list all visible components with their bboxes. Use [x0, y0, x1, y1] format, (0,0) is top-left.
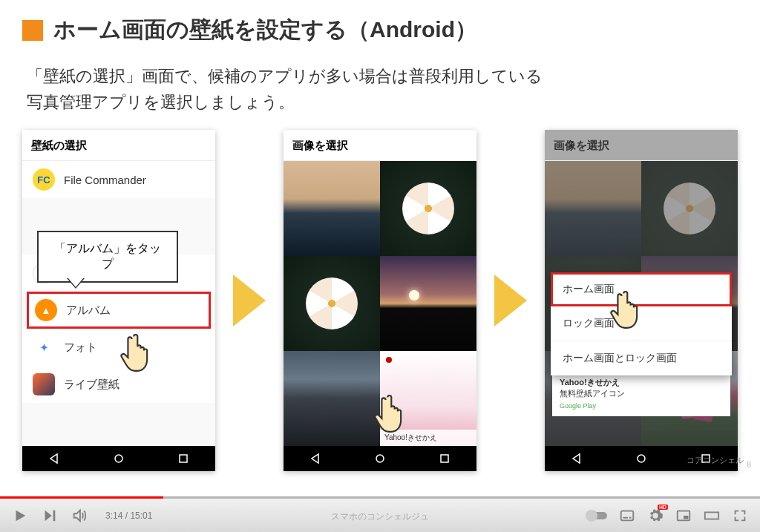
dialog-item-2[interactable]: ホーム画面とロック画面 [551, 341, 732, 375]
play-button[interactable] [12, 508, 28, 524]
nav-home-icon[interactable] [374, 453, 386, 464]
phone1-header: 壁紙の選択 [22, 130, 215, 161]
desc-line2: 写真管理アプリを選択しましょう。 [27, 93, 295, 111]
thumb-city[interactable] [284, 351, 380, 446]
svg-rect-11 [705, 512, 718, 519]
miniplayer-button[interactable] [675, 508, 692, 524]
slide-description: 「壁紙の選択」画面で、候補のアプリが多い場合は普段利用している 写真管理アプリを… [22, 63, 738, 115]
nav-home-icon[interactable] [635, 453, 647, 464]
slide-title: ホーム画面の壁紙を設定する（Android） [53, 15, 477, 45]
app-label: File Commander [64, 174, 146, 186]
nav-back-icon[interactable] [309, 453, 321, 464]
svg-rect-1 [180, 455, 187, 462]
phones-row: 壁紙の選択 FCFile Commander⌂Xperiaホーム▲アルバム✦フォ… [22, 130, 738, 471]
duration: 15:01 [130, 510, 152, 521]
channel-watermark: スマホのコンシェルジュ [331, 510, 429, 523]
progress-fill [0, 496, 163, 499]
dialog-item-0[interactable]: ホーム画面 [551, 272, 732, 306]
app-icon [33, 373, 55, 395]
ad-sub: 無料壁紙アイコン [560, 388, 723, 399]
phone2-nav [284, 446, 476, 471]
video-player: 3:14 / 15:01 HD スマホのコンシェルジュ [0, 496, 760, 532]
right-controls: HD [586, 508, 748, 524]
app-label: アルバム [66, 303, 111, 318]
thumb-flower-2[interactable] [284, 256, 380, 351]
svg-point-0 [115, 455, 122, 462]
ad-title: Yahoo!きせかえ [560, 377, 723, 388]
nav-recent-icon[interactable] [177, 453, 189, 464]
app-label: ライブ壁紙 [64, 378, 119, 392]
thumb-sunset[interactable] [380, 256, 476, 351]
phone2-header: 画像を選択 [284, 130, 476, 161]
arrow-icon [494, 275, 527, 326]
svg-point-2 [376, 455, 384, 462]
fullscreen-button[interactable] [732, 508, 748, 524]
app-item-4[interactable]: ライブ壁紙 [22, 366, 215, 403]
app-item-3[interactable]: ✦フォト [22, 329, 215, 366]
next-button[interactable] [42, 508, 58, 524]
thumb-label: Yahoo!きせかえ [380, 430, 476, 446]
captions-button[interactable] [619, 508, 635, 524]
app-item-2[interactable]: ▲アルバム [27, 292, 211, 329]
ad-store: Google Play [560, 401, 723, 411]
wallpaper-target-dialog: ホーム画面ロック画面ホーム画面とロック画面 [551, 272, 732, 375]
phone2-body: Yahoo!きせかえ [284, 161, 476, 446]
phone3-body: Yahoo!きせかえ 無料壁紙アイコン Google Play ホーム画面ロック… [545, 161, 738, 446]
ad-card: Yahoo!きせかえ 無料壁紙アイコン Google Play [552, 371, 730, 416]
arrow-icon [233, 275, 266, 326]
app-label: フォト [64, 341, 97, 355]
callout-bubble: 「アルバム」をタップ [37, 231, 178, 283]
title-row: ホーム画面の壁紙を設定する（Android） [22, 15, 738, 45]
svg-rect-10 [684, 516, 688, 519]
nav-back-icon[interactable] [48, 453, 60, 464]
theater-button[interactable] [704, 508, 720, 524]
thumb-mountain[interactable] [284, 161, 380, 256]
phone-3: 画像を選択 Yahoo!きせかえ 無料壁紙アイコン Google Play ホー… [545, 130, 738, 471]
svg-rect-8 [629, 517, 632, 519]
brand-label: コアコンシェル [687, 455, 744, 466]
app-item-0[interactable]: FCFile Commander [22, 161, 215, 198]
thumb-flower[interactable] [380, 161, 476, 256]
image-grid: Yahoo!きせかえ [284, 161, 476, 446]
settings-button[interactable]: HD [647, 508, 664, 524]
app-icon: FC [33, 168, 55, 191]
phone-1: 壁紙の選択 FCFile Commander⌂Xperiaホーム▲アルバム✦フォ… [22, 130, 215, 471]
hd-badge: HD [658, 505, 668, 510]
left-controls: 3:14 / 15:01 [12, 508, 152, 524]
phone1-body: FCFile Commander⌂Xperiaホーム▲アルバム✦フォトライブ壁紙… [22, 161, 215, 446]
nav-recent-icon[interactable] [439, 453, 451, 464]
dialog-item-1[interactable]: ロック画面 [551, 306, 732, 341]
app-icon: ✦ [33, 336, 55, 358]
phone-2: 画像を選択 Yahoo!きせかえ [284, 130, 476, 471]
svg-rect-6 [621, 511, 634, 521]
current-time: 3:14 [105, 510, 122, 521]
time-display: 3:14 / 15:01 [105, 510, 152, 521]
phone3-header: 画像を選択 [545, 130, 738, 161]
page-number: 8 [747, 460, 751, 469]
svg-point-4 [638, 455, 645, 462]
autoplay-toggle[interactable] [586, 512, 607, 519]
progress-track[interactable] [0, 496, 760, 499]
svg-rect-7 [623, 517, 628, 519]
title-bullet-icon [22, 20, 43, 41]
app-icon: ▲ [35, 299, 57, 321]
slide-area: ホーム画面の壁紙を設定する（Android） 「壁紙の選択」画面で、候補のアプリ… [0, 0, 760, 503]
desc-line1: 「壁紙の選択」画面で、候補のアプリが多い場合は普段利用している [27, 67, 543, 85]
nav-back-icon[interactable] [571, 453, 583, 464]
volume-button[interactable] [71, 508, 88, 524]
nav-home-icon[interactable] [113, 453, 125, 464]
thumb-pink[interactable]: Yahoo!きせかえ [380, 351, 476, 446]
phone1-nav [22, 446, 215, 471]
svg-rect-3 [441, 455, 448, 462]
